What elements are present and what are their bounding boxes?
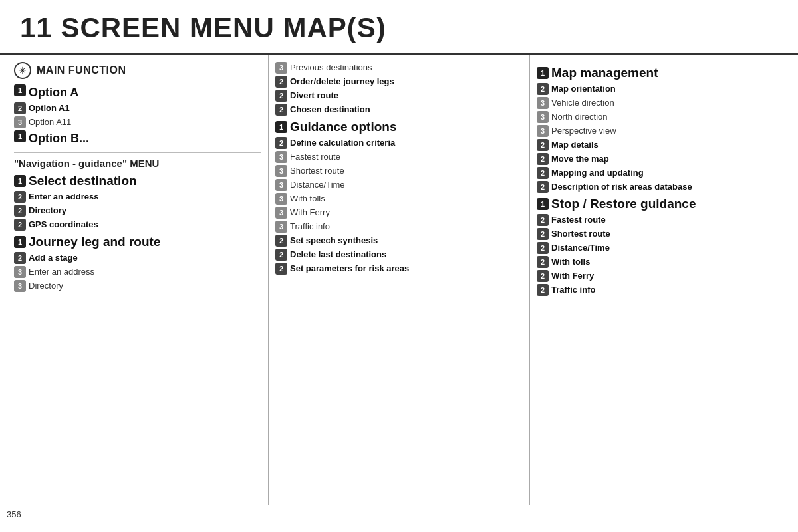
item-label: Traffic info (290, 221, 330, 233)
badge-level2: 2 (275, 235, 287, 247)
list-item: 3 Vehicle direction (537, 97, 784, 109)
list-item: 2 Map details (537, 139, 784, 151)
page-number: 356 (7, 509, 21, 519)
section-heading-label: Select destination (29, 174, 137, 188)
list-item: 2 Option A1 (14, 102, 261, 114)
section-heading: 1 Map management (537, 66, 784, 80)
badge-level2: 2 (537, 181, 549, 193)
item-label: Set parameters for risk areas (290, 263, 409, 275)
badge-level1: 1 (275, 121, 287, 133)
badge-level2: 2 (537, 214, 549, 226)
list-item: 3 North direction (537, 111, 784, 123)
badge-level2: 2 (537, 167, 549, 179)
badge-level2: 2 (537, 284, 549, 296)
badge-level3: 3 (537, 125, 549, 137)
list-item: 2 Add a stage (14, 252, 261, 264)
badge-level2: 2 (14, 252, 26, 264)
item-label: Mapping and updating (551, 167, 644, 179)
section-heading: 1 Stop / Restore guidance (537, 197, 784, 211)
section-heading-label: Stop / Restore guidance (551, 197, 696, 211)
col1: ✳ MAIN FUNCTION 1 Option A 2 Option A1 3… (7, 55, 269, 505)
badge-level2: 2 (275, 263, 287, 275)
item-label: Fastest route (290, 151, 340, 163)
list-item: 2 Chosen destination (275, 104, 523, 116)
badge-level2: 2 (275, 76, 287, 88)
list-item: 2 With tolls (537, 256, 784, 268)
item-label: Option A (29, 84, 78, 100)
badge-level3: 3 (14, 280, 26, 292)
list-item: 2 Shortest route (537, 228, 784, 240)
list-item: 3 Enter an address (14, 266, 261, 278)
list-item: 3 Option A11 (14, 116, 261, 128)
badge-level3: 3 (275, 207, 287, 219)
badge-level3: 3 (14, 116, 26, 128)
badge-level1: 1 (14, 130, 26, 142)
gear-icon: ✳ (14, 62, 31, 79)
list-item: 3 Previous destinations (275, 62, 523, 74)
list-item: 2 Map orientation (537, 83, 784, 95)
page-title: 11 SCREEN MENU MAP(S) (20, 12, 778, 44)
col2: 3 Previous destinations 2 Order/delete j… (269, 55, 530, 505)
list-item: 2 With Ferry (537, 270, 784, 282)
item-label: Option A1 (29, 102, 70, 114)
section-heading-label: Journey leg and route (29, 235, 160, 249)
item-label: Chosen destination (290, 104, 370, 116)
item-label: Vehicle direction (551, 97, 614, 109)
list-item: 2 Directory (14, 205, 261, 217)
item-label: Traffic info (551, 284, 595, 296)
list-item: 2 Mapping and updating (537, 167, 784, 179)
item-label: With tolls (290, 193, 325, 205)
item-label: With Ferry (290, 207, 330, 219)
col3: 1 Map management 2 Map orientation 3 Veh… (530, 55, 791, 505)
badge-level3: 3 (275, 151, 287, 163)
item-label: With tolls (551, 256, 590, 268)
badge-level2: 2 (537, 139, 549, 151)
badge-level2: 2 (14, 205, 26, 217)
page-header: 11 SCREEN MENU MAP(S) (0, 0, 798, 55)
list-item: 3 Traffic info (275, 221, 523, 233)
list-item: 2 Description of risk areas database (537, 181, 784, 193)
badge-level1: 1 (537, 198, 549, 210)
badge-level3: 3 (275, 179, 287, 191)
list-item: 1 Option B... (14, 130, 261, 146)
item-label: Add a stage (29, 252, 78, 264)
badge-level2: 2 (537, 153, 549, 165)
item-label: Directory (29, 280, 63, 292)
item-label: Distance/Time (290, 179, 345, 191)
badge-level2: 2 (275, 249, 287, 261)
badge-level3: 3 (537, 97, 549, 109)
list-item: 2 GPS coordinates (14, 219, 261, 231)
item-label: Previous destinations (290, 62, 372, 74)
badge-level2: 2 (537, 270, 549, 282)
item-label: With Ferry (551, 270, 594, 282)
item-label: Enter an address (29, 266, 94, 278)
item-label: Option B... (29, 130, 89, 146)
badge-level2: 2 (275, 137, 287, 149)
section-heading: 1 Guidance options (275, 120, 523, 134)
badge-level2: 2 (14, 191, 26, 203)
item-label: Enter an address (29, 191, 99, 203)
item-label: Map details (551, 139, 598, 151)
item-label: Fastest route (551, 214, 606, 226)
list-item: 3 Fastest route (275, 151, 523, 163)
badge-level2: 2 (537, 256, 549, 268)
badge-level2: 2 (14, 102, 26, 114)
badge-level1: 1 (14, 175, 26, 187)
item-label: Move the map (551, 153, 609, 165)
section-heading-label: Guidance options (290, 120, 396, 134)
list-item: 2 Enter an address (14, 191, 261, 203)
item-label: Order/delete journey legs (290, 76, 394, 88)
badge-level2: 2 (275, 90, 287, 102)
item-label: Description of risk areas database (551, 181, 692, 193)
list-item: 3 Directory (14, 280, 261, 292)
item-label: Directory (29, 205, 66, 217)
item-label: Option A11 (29, 116, 71, 128)
list-item: 2 Move the map (537, 153, 784, 165)
item-label: Shortest route (290, 165, 344, 177)
main-function-header: ✳ MAIN FUNCTION (14, 62, 261, 79)
badge-level2: 2 (275, 104, 287, 116)
badge-level2: 2 (14, 219, 26, 231)
list-item: 3 Shortest route (275, 165, 523, 177)
list-item: 2 Order/delete journey legs (275, 76, 523, 88)
badge-level1: 1 (537, 67, 549, 79)
